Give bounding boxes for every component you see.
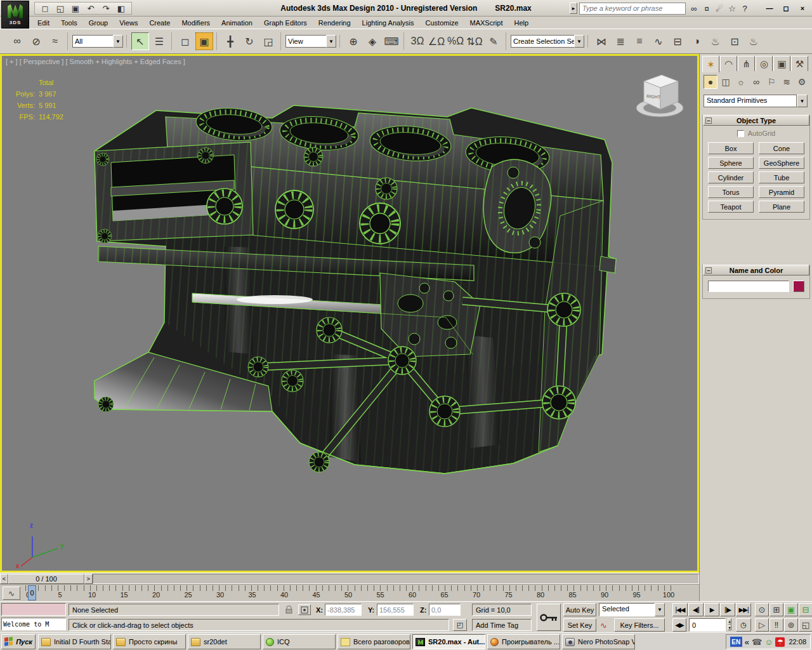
new-scene-icon[interactable]: ◻	[39, 3, 51, 13]
viewport-label[interactable]: [ + ] [ Perspective ] [ Smooth + Highlig…	[6, 58, 185, 65]
key-filters-button[interactable]: Key Filters...	[614, 618, 665, 632]
create-torus-button[interactable]: Torus	[708, 186, 754, 198]
previous-frame-button[interactable]: ◀||	[688, 603, 704, 616]
create-sphere-button[interactable]: Sphere	[708, 157, 754, 169]
auto-key-button[interactable]: Auto Key	[563, 603, 596, 616]
subscription-key-icon[interactable]: ¤	[700, 3, 713, 15]
window-crossing-icon[interactable]: ▣	[195, 32, 213, 50]
create-cylinder-button[interactable]: Cylinder	[708, 171, 754, 183]
dialer-tray-icon[interactable]: ☎	[752, 638, 762, 646]
go-to-end-button[interactable]: ▶▶|	[736, 603, 751, 616]
align-icon[interactable]: ≣	[612, 32, 629, 50]
default-in-out-tangents-icon[interactable]: ∿	[600, 620, 612, 631]
frame-spinner-down[interactable]: ▾	[728, 625, 731, 631]
menu-rendering[interactable]: Rendering	[313, 18, 357, 28]
rendered-frame-window-icon[interactable]: ⊡	[726, 32, 743, 50]
track-bar-ruler[interactable]: 0510152025303540455055606570758085909510…	[25, 585, 671, 601]
tab-hierarchy[interactable]: ⋔	[738, 56, 755, 71]
select-object-icon[interactable]: ↖	[131, 32, 149, 50]
set-keys-button[interactable]	[537, 604, 561, 631]
search-input[interactable]: Type a keyword or phrase	[579, 3, 686, 15]
select-by-name-icon[interactable]: ☰	[150, 32, 168, 50]
track-bar[interactable]: ∿ 05101520253035404550556065707580859095…	[0, 584, 699, 601]
open-mini-curve-editor-button[interactable]: ∿	[3, 587, 20, 600]
maximize-viewport-button[interactable]: ◱	[799, 618, 812, 632]
zoom-extents-button[interactable]: ▣	[784, 603, 798, 616]
open-file-icon[interactable]: ◱	[54, 3, 67, 13]
percent-snap-icon[interactable]: %Ω	[447, 32, 464, 50]
go-to-start-button[interactable]: |◀◀	[672, 603, 688, 616]
menu-customize[interactable]: Customize	[420, 18, 464, 28]
favorites-star-icon[interactable]: ☆	[726, 3, 738, 15]
cat-shapes[interactable]: ◫	[719, 75, 733, 89]
time-slider-track[interactable]	[93, 574, 699, 584]
zoom-extents-all-button[interactable]: ⊟	[799, 603, 812, 616]
menu-tools[interactable]: Tools	[55, 18, 83, 28]
tray-overflow-chevron[interactable]: «	[745, 638, 749, 646]
tab-motion[interactable]: ◎	[756, 56, 773, 71]
cat-space-warps[interactable]: ≋	[780, 75, 794, 89]
cat-geometry[interactable]: ●	[704, 75, 717, 89]
cat-cameras[interactable]: ∞	[749, 75, 763, 89]
select-and-rotate-icon[interactable]: ↻	[240, 32, 258, 50]
select-and-move-icon[interactable]: ╋	[221, 32, 239, 50]
object-name-input[interactable]	[708, 281, 789, 292]
play-button[interactable]: ▶	[704, 603, 719, 616]
antivirus-tray-icon[interactable]: ☂	[775, 637, 785, 647]
autogrid-checkbox[interactable]	[737, 130, 744, 137]
select-and-manipulate-icon[interactable]: ◈	[363, 32, 381, 50]
engine-model-wireframe[interactable]: RIGHT	[2, 56, 697, 571]
application-menu-button[interactable]: 3DS	[1, 1, 29, 29]
schematic-view-icon[interactable]: ⊟	[669, 32, 686, 50]
material-editor-icon[interactable]: ◑	[688, 32, 705, 50]
tab-utilities[interactable]: ⚒	[791, 56, 808, 71]
create-cone-button[interactable]: Cone	[759, 142, 804, 154]
menu-edit[interactable]: Edit	[32, 18, 55, 28]
task-prosto-skriny[interactable]: Просто скрины	[113, 634, 186, 649]
menu-animation[interactable]: Animation	[216, 18, 258, 28]
task-player[interactable]: Проигрыватель ...	[487, 634, 560, 649]
current-frame-field[interactable]: 0	[689, 618, 726, 632]
rectangular-selection-region-icon[interactable]: ◻	[176, 32, 194, 50]
viewport-canvas[interactable]: RIGHT [ + ] [ Perspective ] [ Smooth + H…	[2, 56, 697, 571]
z-coordinate-field[interactable]: 0,0	[429, 604, 461, 616]
unlink-selection-icon[interactable]: ⊘	[27, 32, 45, 50]
current-frame-marker[interactable]: 0	[28, 585, 36, 600]
undo-icon[interactable]: ↶	[84, 3, 97, 13]
selection-lock-toggle[interactable]	[283, 604, 294, 615]
render-setup-icon[interactable]: ♨	[707, 32, 724, 50]
cat-helpers[interactable]: ⚐	[764, 75, 778, 89]
angle-snap-icon[interactable]: ∠Ω	[428, 32, 445, 50]
time-slider-handle[interactable]: 0 / 100	[8, 574, 84, 584]
time-slider-prev-button[interactable]: <	[0, 574, 8, 584]
tab-modify[interactable]: ◠	[720, 56, 737, 71]
layer-manager-icon[interactable]: ≡	[631, 32, 648, 50]
tab-create[interactable]: ✶	[702, 56, 719, 72]
communication-center-icon[interactable]: ☄	[713, 3, 726, 15]
menu-help[interactable]: Help	[509, 18, 535, 28]
select-and-scale-icon[interactable]: ◲	[259, 32, 277, 50]
curve-editor-icon[interactable]: ∿	[650, 32, 667, 50]
adaptive-degradation-toggle[interactable]: ◰	[453, 619, 467, 631]
name-and-color-rollout-header[interactable]: – Name and Color	[703, 265, 809, 275]
key-mode-toggle[interactable]: ◀▶	[672, 618, 686, 632]
create-pyramid-button[interactable]: Pyramid	[759, 186, 804, 198]
task-initial-d[interactable]: Initial D Fourth Sta...	[38, 634, 111, 649]
spinner-snap-icon[interactable]: ⇅Ω	[466, 32, 483, 50]
create-geosphere-button[interactable]: GeoSphere	[759, 157, 804, 169]
named-selection-sets-dropdown[interactable]: Create Selection Se ▼	[511, 35, 584, 48]
bind-to-space-warp-icon[interactable]: ≈	[46, 32, 64, 50]
use-pivot-point-center-icon[interactable]: ⊕	[344, 32, 362, 50]
project-folder-icon[interactable]: ◧	[115, 3, 128, 13]
key-selection-dropdown[interactable]: Selected ▼	[599, 603, 665, 616]
menu-graph-editors[interactable]: Graph Editors	[258, 18, 313, 28]
cat-lights[interactable]: ☼	[734, 75, 748, 89]
task-nero[interactable]: Nero PhotoSnap Vi...	[562, 634, 635, 649]
create-tube-button[interactable]: Tube	[759, 171, 804, 183]
minimize-button[interactable]: —	[763, 3, 776, 14]
keyboard-shortcut-override-icon[interactable]: ⌨	[383, 32, 400, 50]
set-key-button[interactable]: Set Key	[563, 618, 596, 632]
time-configuration-button[interactable]: ◷	[736, 618, 751, 632]
create-teapot-button[interactable]: Teapot	[708, 201, 754, 213]
frame-spinner-up[interactable]: ▴	[728, 618, 731, 625]
